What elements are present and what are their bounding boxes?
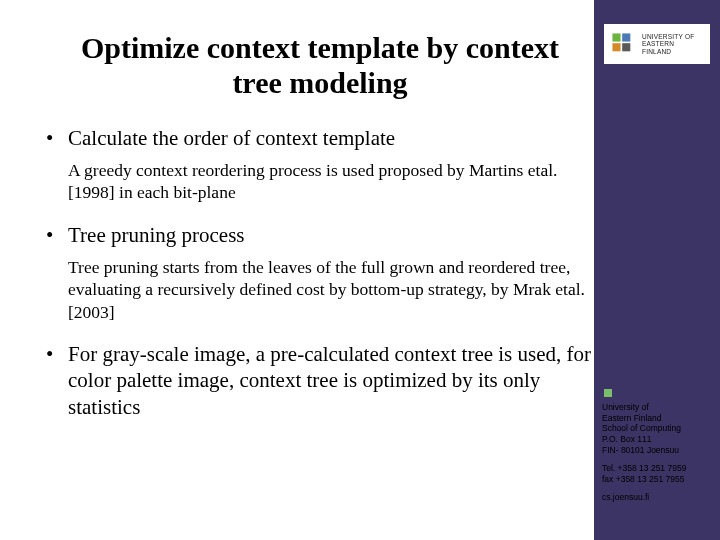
svg-rect-3 [622, 43, 630, 51]
list-item: Calculate the order of context template [46, 125, 594, 151]
uef-logo-icon [610, 31, 636, 57]
contact-block: University of Eastern Finland School of … [602, 402, 714, 511]
university-logo: UNIVERSITY OF EASTERN FINLAND [604, 24, 710, 64]
logo-inner: UNIVERSITY OF EASTERN FINLAND [610, 28, 704, 60]
contact-web: cs.joensuu.fi [602, 492, 714, 503]
slide-content: Optimize context template by context tre… [46, 30, 594, 428]
svg-rect-1 [622, 33, 630, 41]
bullet-list: Calculate the order of context template … [46, 125, 594, 420]
bullet-sub: A greedy context reordering process is u… [68, 159, 594, 204]
bullet-sub: Tree pruning starts from the leaves of t… [68, 256, 594, 323]
svg-rect-2 [612, 43, 620, 51]
bullet-head: Tree pruning process [68, 223, 245, 247]
contact-address: University of Eastern Finland School of … [602, 402, 714, 455]
logo-text: UNIVERSITY OF EASTERN FINLAND [642, 33, 704, 55]
slide-title: Optimize context template by context tre… [46, 30, 594, 101]
logo-line2: EASTERN FINLAND [642, 40, 704, 55]
logo-line1: UNIVERSITY OF [642, 33, 704, 40]
contact-phones: Tel. +358 13 251 7959 fax +358 13 251 79… [602, 463, 714, 484]
svg-rect-0 [612, 33, 620, 41]
list-item: For gray-scale image, a pre-calculated c… [46, 341, 594, 420]
green-square-accent [604, 389, 612, 397]
sidebar: UNIVERSITY OF EASTERN FINLAND University… [594, 0, 720, 540]
list-item: Tree pruning process [46, 222, 594, 248]
bullet-head: For gray-scale image, a pre-calculated c… [68, 342, 591, 419]
slide: UNIVERSITY OF EASTERN FINLAND University… [0, 0, 720, 540]
bullet-head: Calculate the order of context template [68, 126, 395, 150]
